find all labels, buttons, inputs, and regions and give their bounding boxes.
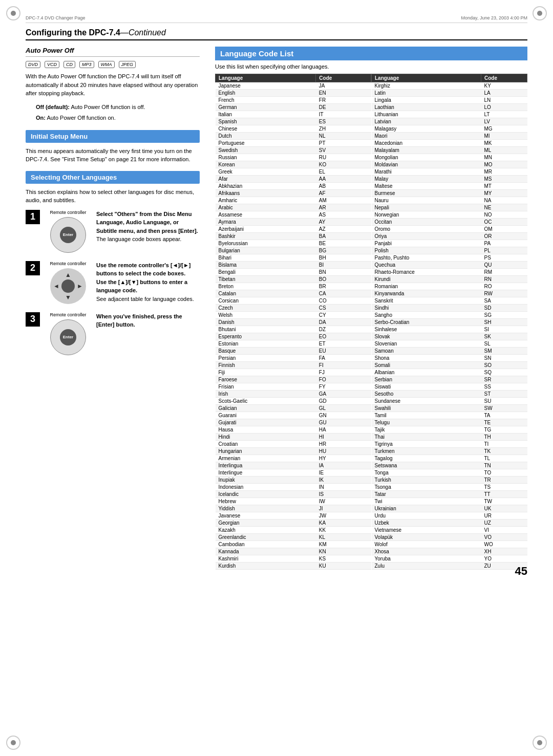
table-row: LithuanianLT <box>372 111 527 118</box>
initial-setup-body: This menu appears automatically the very… <box>26 147 200 164</box>
lang-name: Hebrew <box>216 498 316 505</box>
lang-code: AY <box>316 219 371 226</box>
table-row: AbkhazianAB <box>216 183 371 190</box>
lang-code: RN <box>481 276 527 283</box>
lang-code: XH <box>481 548 527 555</box>
lang-name: Sundanese <box>372 398 481 405</box>
format-icons: DVD VCD CD MP3 WMA JPEG <box>26 61 200 68</box>
table-row: SlovakSK <box>372 333 527 340</box>
lang-code: RO <box>481 283 527 290</box>
lang-name: Estonian <box>216 340 316 348</box>
lang-code: NO <box>481 211 527 219</box>
lang-name: Oromo <box>372 226 481 233</box>
lang-code: ML <box>481 147 527 154</box>
arrow-up-icon: ▲ <box>65 271 71 278</box>
lang-name: Quechua <box>372 262 481 269</box>
table-row: KurdishKU <box>216 563 371 570</box>
table-row: HungarianHU <box>216 448 371 455</box>
table-row: Serbo-CroatianSH <box>372 319 527 326</box>
table-row: EnglishEN <box>216 90 371 97</box>
lang-code: BR <box>316 283 371 290</box>
step-3-controller: Remote controller Enter <box>45 312 91 355</box>
table-row: SomaliSO <box>372 362 527 369</box>
lang-code: SS <box>481 383 527 391</box>
lang-name: Sinhalese <box>372 326 481 333</box>
lang-code: BH <box>316 254 371 262</box>
vcd-icon: VCD <box>45 61 59 68</box>
lang-name: Samoan <box>372 348 481 355</box>
table-row: VolapükVO <box>372 534 527 541</box>
lang-code: TR <box>481 477 527 484</box>
lang-name: Basque <box>216 348 316 355</box>
lang-code: TH <box>481 434 527 441</box>
table-row: InterlingueIE <box>216 469 371 477</box>
lang-name: Tajik <box>372 426 481 434</box>
lang-code: MK <box>481 140 527 147</box>
lang-name: Javanese <box>216 512 316 520</box>
table-row: AssameseAS <box>216 211 371 219</box>
lang-name: Danish <box>216 319 316 326</box>
lang-code: LV <box>481 118 527 125</box>
table-row: BengaliBN <box>216 269 371 276</box>
table-row: GeorgianKA <box>216 520 371 527</box>
step-1-text: Select "Others" from the Disc Menu Langu… <box>96 210 200 244</box>
selecting-languages-body: This section explains how to select othe… <box>26 188 200 205</box>
left-lang-header: Language <box>216 74 316 82</box>
table-row: LatvianLV <box>372 118 527 125</box>
table-row: TeluguTE <box>372 419 527 426</box>
lang-name: Byelorussian <box>216 240 316 247</box>
enter-button-1[interactable]: Enter <box>60 227 76 243</box>
lang-code: HU <box>316 448 371 455</box>
lang-code: MO <box>481 161 527 168</box>
lang-code: IT <box>316 111 371 118</box>
table-row: CatalanCA <box>216 290 371 297</box>
step-2-extra: See adjacent table for language codes. <box>96 296 194 302</box>
lang-code: JI <box>316 505 371 512</box>
lang-code: MN <box>481 154 527 161</box>
lang-code: UK <box>481 505 527 512</box>
step-1-controller: Remote controller Enter <box>45 210 91 253</box>
step-3-controller-label: Remote controller <box>50 312 86 317</box>
table-row: ItalianIT <box>216 111 371 118</box>
lang-code: KN <box>316 548 371 555</box>
table-row: SpanishES <box>216 118 371 125</box>
lang-name: Setswana <box>372 462 481 469</box>
lang-code: AA <box>316 176 371 183</box>
lang-code: SK <box>481 333 527 340</box>
lang-name: Zulu <box>372 563 481 570</box>
lang-code: OM <box>481 226 527 233</box>
lang-code: HA <box>316 426 371 434</box>
lang-name: Latvian <box>372 118 481 125</box>
wma-icon: WMA <box>98 61 115 68</box>
lang-name: Moldavian <box>372 161 481 168</box>
lang-code: CO <box>316 297 371 305</box>
lang-name: Kashmiri <box>216 555 316 563</box>
lang-code: UZ <box>481 520 527 527</box>
table-row: SiswatiSS <box>372 383 527 391</box>
lang-name: Tibetan <box>216 276 316 283</box>
lang-name: Interlingue <box>216 469 316 477</box>
lang-code: SO <box>481 362 527 369</box>
arrow-right-icon: ► <box>77 283 83 290</box>
table-row: BislamaBI <box>216 262 371 269</box>
corner-decoration-tr <box>533 6 547 20</box>
lang-code: VO <box>481 534 527 541</box>
step-1-title: Select "Others" from the Disc Menu Langu… <box>96 211 198 234</box>
table-row: IndonesianIN <box>216 484 371 491</box>
table-row: ByelorussianBE <box>216 240 371 247</box>
lang-code: TE <box>481 419 527 426</box>
lang-name: Hungarian <box>216 448 316 455</box>
lang-name: Malagasy <box>372 125 481 133</box>
lang-name: Corsican <box>216 297 316 305</box>
enter-button-3[interactable]: Enter <box>60 329 76 345</box>
lang-name: Swahili <box>372 405 481 412</box>
lang-name: Lingala <box>372 97 481 104</box>
table-row: GalicianGL <box>216 405 371 412</box>
table-row: HausaHA <box>216 426 371 434</box>
table-row: CorsicanCO <box>216 297 371 305</box>
auto-power-off-on: On: Auto Power Off function on. <box>36 114 200 123</box>
lang-code: VI <box>481 527 527 534</box>
lang-code: LT <box>481 111 527 118</box>
table-row: KirundiRN <box>372 276 527 283</box>
lang-name: Kirghiz <box>372 82 481 90</box>
